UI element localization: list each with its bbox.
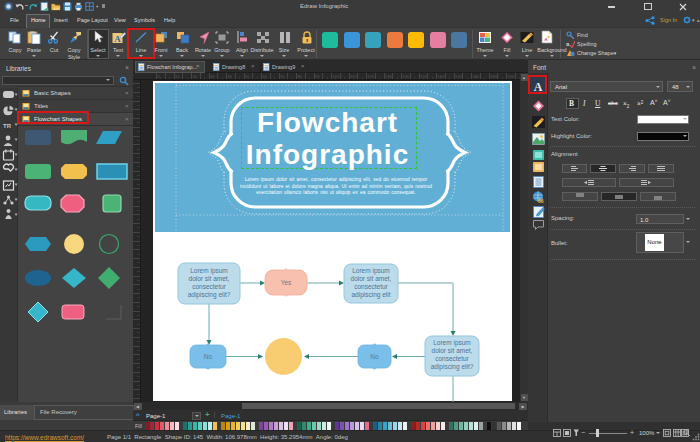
svg-text:consectetur: consectetur xyxy=(192,283,226,290)
svg-text:dolor sit amet,: dolor sit amet, xyxy=(432,347,473,354)
svg-text:consectetur: consectetur xyxy=(435,355,469,362)
svg-text:No: No xyxy=(370,353,379,360)
svg-text:Lorem ipsum: Lorem ipsum xyxy=(433,339,471,347)
svg-text:adipiscing elit: adipiscing elit xyxy=(351,291,390,299)
svg-text:consectetur: consectetur xyxy=(354,283,388,290)
svg-text:TR: TR xyxy=(3,123,12,129)
svg-text:66: 66 xyxy=(538,198,544,204)
svg-text:A: A xyxy=(114,34,121,44)
svg-text:Lorem ipsum: Lorem ipsum xyxy=(352,267,390,275)
svg-text:dolor sit amet,: dolor sit amet, xyxy=(351,275,392,282)
svg-text:adipiscing elit?: adipiscing elit? xyxy=(431,363,474,371)
svg-text:adipiscing elit?: adipiscing elit? xyxy=(188,291,231,299)
svg-text:dolor sit amet,: dolor sit amet, xyxy=(189,275,230,282)
svg-text:No: No xyxy=(204,353,213,360)
svg-text:Lorem ipsum: Lorem ipsum xyxy=(190,267,228,275)
svg-text:Yes: Yes xyxy=(281,279,292,286)
